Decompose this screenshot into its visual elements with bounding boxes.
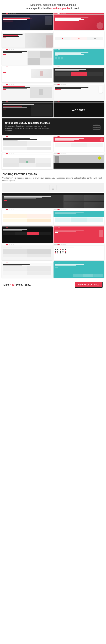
card-dots-project[interactable] [53, 244, 105, 260]
card-parallax[interactable] [53, 84, 105, 100]
card-new-branding[interactable] [53, 66, 105, 82]
portfolio-section: Inspiring Portfolio Layouts Whether you'… [0, 170, 106, 183]
card-totally-suited[interactable] [2, 101, 53, 118]
card-model[interactable] [2, 31, 53, 48]
card-branding[interactable] [2, 48, 53, 65]
header: A stunning, modern, and responsive theme… [0, 0, 106, 13]
briefcase-icon [92, 123, 101, 130]
header-line3: in mind. [71, 7, 80, 10]
case-study-section: Unique Case Study Templates Included Int… [2, 118, 104, 135]
footer-pitch: Pitch. Today. [15, 283, 31, 286]
card-cafe[interactable] [2, 153, 53, 170]
agency-text: AGENCY [72, 109, 86, 112]
card-fashion[interactable] [2, 136, 53, 152]
card-award-winning[interactable] [53, 48, 105, 65]
card-pink-campaign[interactable] [53, 226, 105, 243]
footer: Make Your Pitch. Today. VIEW ALL FEATURE… [0, 279, 106, 290]
case-study-title: Unique Case Study Templates Included [5, 122, 50, 124]
card-good-design[interactable] [53, 13, 105, 30]
footer-your: Your [10, 283, 15, 286]
card-sportswear[interactable] [53, 153, 105, 170]
card-multiple-page[interactable] [2, 66, 53, 82]
header-highlight: creative agencies [51, 7, 71, 10]
card-coffee-co[interactable] [53, 209, 105, 226]
card-digital-arts[interactable] [2, 193, 104, 208]
portfolio-desc: Whether you're a freelance designer or a… [2, 176, 104, 182]
card-agency-banner[interactable]: AGENCY [53, 101, 105, 118]
case-study-desc: Introduce your clients to your creative … [5, 125, 50, 132]
card-last-teal[interactable] [53, 262, 105, 278]
svg-rect-2 [96, 127, 97, 128]
card-last-light[interactable] [2, 262, 53, 278]
header-line2: made specifically with [26, 7, 50, 10]
view-all-features-button[interactable]: VIEW ALL FEATURES [75, 282, 103, 288]
footer-make: Make [3, 283, 10, 286]
card-dark-calendar[interactable] [2, 226, 53, 243]
card-handpicked[interactable] [53, 31, 105, 48]
card-studio-gallery[interactable] [2, 244, 53, 260]
card-juice[interactable] [2, 209, 53, 226]
portfolio-title: Inspiring Portfolio Layouts [2, 172, 104, 176]
footer-text: Make Your Pitch. Today. [3, 283, 31, 286]
card-content[interactable] [2, 84, 53, 100]
header-line1: A stunning, modern, and responsive theme [30, 4, 76, 6]
card-agency-theme[interactable] [2, 13, 53, 30]
card-awesome-wp[interactable] [53, 136, 105, 152]
